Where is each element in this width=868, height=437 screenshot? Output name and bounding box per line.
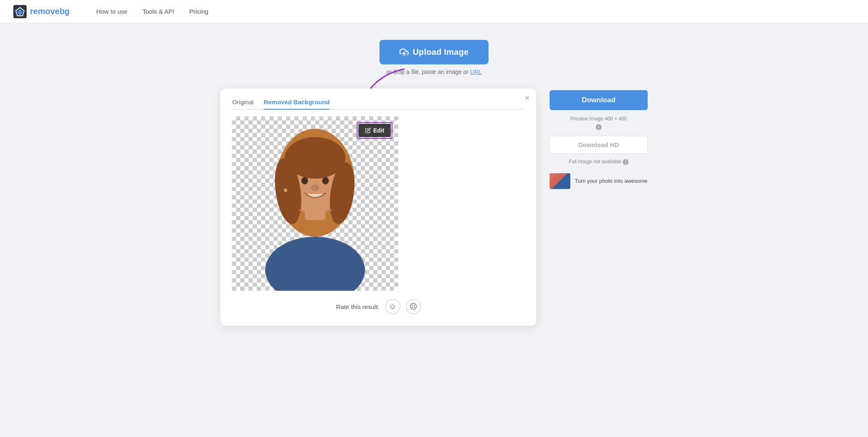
promo-box[interactable]: Turn your photo into awesome: [550, 173, 647, 189]
download-hd-button[interactable]: Download HD: [550, 136, 647, 154]
edit-button[interactable]: Edit: [358, 124, 391, 137]
sidebar: Download Preview Image 400 × 400 i Downl…: [550, 88, 647, 189]
upload-icon: [399, 48, 409, 57]
tab-original[interactable]: Original: [232, 98, 254, 110]
header: removebg How to use Tools & API Pricing: [0, 0, 868, 23]
result-panel: × Original Removed Background: [220, 88, 536, 326]
svg-point-15: [311, 184, 319, 191]
not-available-info-icon[interactable]: i: [623, 159, 629, 165]
logo-text: removebg: [30, 7, 70, 16]
rate-happy-button[interactable]: ☺: [385, 299, 400, 314]
promo-text: Turn your photo into awesome: [575, 177, 647, 185]
upload-area: Upload Image or drop a file, paste an im…: [380, 40, 489, 75]
svg-rect-8: [274, 249, 357, 291]
pencil-icon: [365, 128, 371, 133]
preview-info-icon[interactable]: i: [596, 124, 602, 130]
nav: How to use Tools & API Pricing: [96, 8, 209, 15]
logo-icon: [13, 5, 27, 18]
upload-hint: or drop a file, paste an image or URL: [386, 69, 482, 75]
nav-tools-api[interactable]: Tools & API: [143, 8, 175, 15]
rate-row: Rate this result: ☺ ☹: [232, 299, 525, 314]
svg-point-16: [284, 189, 287, 192]
svg-point-17: [314, 215, 316, 218]
logo[interactable]: removebg: [13, 5, 70, 18]
download-button[interactable]: Download: [550, 90, 647, 110]
tab-removed-background[interactable]: Removed Background: [264, 98, 330, 110]
person-image: [249, 116, 382, 291]
result-row: × Original Removed Background: [220, 88, 647, 326]
image-wrapper: Edit: [232, 116, 398, 291]
checkerboard-bg: [232, 116, 398, 291]
not-available-text: Full Image not available i: [550, 159, 647, 165]
upload-button[interactable]: Upload Image: [380, 40, 489, 64]
nav-how-to-use[interactable]: How to use: [96, 8, 128, 15]
rate-label: Rate this result:: [336, 303, 379, 310]
main: Upload Image or drop a file, paste an im…: [0, 23, 868, 342]
edit-button-wrapper: Edit: [357, 122, 392, 139]
close-button[interactable]: ×: [525, 93, 530, 103]
url-link[interactable]: URL: [470, 69, 482, 75]
nav-pricing[interactable]: Pricing: [189, 8, 208, 15]
promo-thumbnail: [550, 173, 570, 189]
svg-point-13: [301, 177, 308, 184]
tabs: Original Removed Background: [232, 98, 525, 110]
svg-point-14: [322, 177, 329, 184]
rate-sad-button[interactable]: ☹: [406, 299, 421, 314]
preview-info: Preview Image 400 × 400 i: [550, 115, 647, 131]
